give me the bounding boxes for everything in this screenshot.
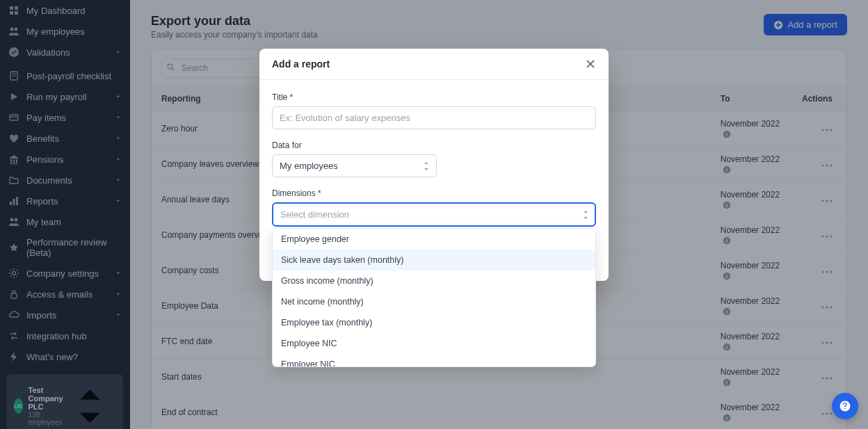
data-for-label: Data for [272, 140, 596, 150]
dimensions-label: Dimensions * [272, 188, 596, 198]
dropdown-item[interactable]: Gross income (monthly) [273, 270, 595, 291]
dropdown-item[interactable]: Employee gender [273, 229, 595, 250]
question-icon [839, 400, 851, 412]
title-label: Title * [272, 92, 596, 102]
data-for-select[interactable]: My employees [272, 154, 437, 177]
add-report-modal: Add a report Title * Data for My employe… [259, 49, 609, 281]
modal-overlay[interactable]: Add a report Title * Data for My employe… [0, 0, 868, 429]
modal-title: Add a report [272, 58, 330, 70]
dropdown-item[interactable]: Employer NIC [273, 354, 595, 367]
close-icon[interactable] [585, 58, 596, 70]
title-input[interactable] [272, 106, 596, 129]
dimensions-dropdown: Employee genderSick leave days taken (mo… [272, 228, 596, 367]
dropdown-item[interactable]: Net income (monthly) [273, 291, 595, 312]
dropdown-item[interactable]: Employee NIC [273, 333, 595, 354]
dropdown-item[interactable]: Sick leave days taken (monthly) [273, 250, 595, 270]
dimensions-input[interactable] [272, 202, 596, 227]
help-fab[interactable] [832, 393, 858, 419]
dropdown-item[interactable]: Employee tax (monthly) [273, 312, 595, 333]
